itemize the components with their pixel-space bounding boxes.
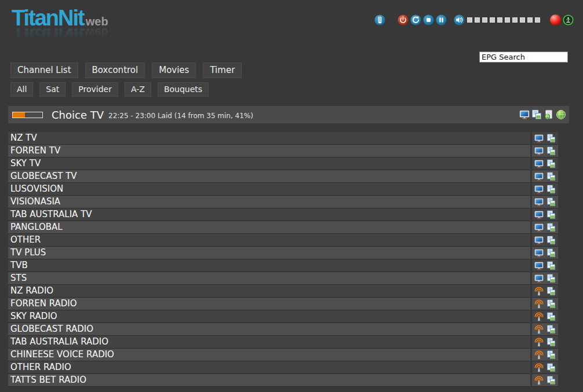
epg-list-icon[interactable] <box>546 325 556 334</box>
filter-az[interactable]: A-Z <box>125 82 151 97</box>
epg-list-icon[interactable] <box>546 185 556 194</box>
epg-list-icon[interactable] <box>546 159 556 168</box>
channel-name[interactable]: FORREN TV <box>8 145 530 157</box>
channel-name[interactable]: TVB <box>8 259 530 272</box>
tv-stream-icon[interactable] <box>519 109 530 120</box>
volume-segment[interactable] <box>475 17 480 23</box>
volume-segment[interactable] <box>520 17 525 23</box>
channel-row: VISIONASIA <box>8 196 558 208</box>
stop-icon[interactable] <box>423 14 434 25</box>
filter-sat[interactable]: Sat <box>39 82 65 97</box>
channel-name[interactable]: PANGLOBAL <box>8 221 530 234</box>
tv-zap-icon[interactable] <box>534 274 544 283</box>
filter-bouquets[interactable]: Bouquets <box>158 82 209 97</box>
tab-channel-list[interactable]: Channel List <box>10 63 78 78</box>
tv-zap-icon[interactable] <box>534 159 544 168</box>
channel-name[interactable]: NZ RADIO <box>8 285 530 298</box>
filter-provider[interactable]: Provider <box>72 82 118 97</box>
epg-search-input[interactable] <box>479 52 568 63</box>
epg-list-icon[interactable] <box>546 299 556 309</box>
tv-zap-icon[interactable] <box>534 185 544 194</box>
tv-zap-icon[interactable] <box>534 172 544 181</box>
channel-name[interactable]: TAB AUSTRALIA TV <box>8 208 530 221</box>
epg-list-icon[interactable] <box>546 261 556 270</box>
radio-zap-icon[interactable] <box>534 299 544 309</box>
volume-segment[interactable] <box>467 17 472 23</box>
tv-zap-icon[interactable] <box>534 248 544 258</box>
channel-name[interactable]: GLOBECAST RADIO <box>8 323 530 336</box>
tab-timer[interactable]: Timer <box>203 63 242 78</box>
epg-list-icon[interactable] <box>546 376 556 385</box>
channel-row: CHINEESE VOICE RADIO <box>8 349 558 361</box>
tv-zap-icon[interactable] <box>534 236 544 245</box>
tab-movies[interactable]: Movies <box>152 63 196 78</box>
pause-icon[interactable] <box>436 14 447 25</box>
app-logo: TitanNitweb TitanNitweb <box>12 7 108 47</box>
radio-zap-icon[interactable] <box>534 312 544 321</box>
channel-name[interactable]: CHINEESE VOICE RADIO <box>8 349 530 361</box>
restart-icon[interactable] <box>410 14 421 25</box>
remote-control-icon[interactable] <box>374 14 385 25</box>
tv-zap-icon[interactable] <box>534 210 544 219</box>
radio-zap-icon[interactable] <box>534 363 544 372</box>
volume-segment[interactable] <box>512 17 518 23</box>
channel-name[interactable]: LUSOVISION <box>8 183 530 196</box>
channel-name[interactable]: OTHER <box>8 234 530 247</box>
channel-row-actions <box>532 285 558 298</box>
epg-list-icon[interactable] <box>546 223 556 232</box>
tv-zap-icon[interactable] <box>534 146 544 156</box>
epg-list-icon[interactable] <box>546 134 556 143</box>
radio-zap-icon[interactable] <box>534 338 544 347</box>
current-channel-name: Choice TV <box>52 109 104 121</box>
channel-name[interactable]: GLOBECAST TV <box>8 170 530 183</box>
channel-row-actions <box>532 259 558 272</box>
epg-list-icon[interactable] <box>546 146 556 156</box>
channel-name[interactable]: TAB AUSTRALIA RADIO <box>8 336 530 349</box>
channel-list: NZ TV FORREN TV SKY TV GLOBECAST TV <box>8 132 558 387</box>
radio-zap-icon[interactable] <box>534 350 544 360</box>
epg-list-icon[interactable] <box>546 338 556 347</box>
radio-zap-icon[interactable] <box>534 325 544 334</box>
power-icon[interactable] <box>398 14 409 25</box>
epg-list-icon[interactable] <box>546 350 556 360</box>
epg-list-icon[interactable] <box>546 210 556 219</box>
standby-status-icon[interactable] <box>563 14 574 25</box>
epg-list-icon[interactable] <box>546 312 556 321</box>
epg-list-icon[interactable] <box>546 274 556 283</box>
channel-name[interactable]: FORREN RADIO <box>8 298 530 310</box>
volume-segment[interactable] <box>490 17 495 23</box>
radio-zap-icon[interactable] <box>534 287 544 296</box>
tv-zap-icon[interactable] <box>534 261 544 270</box>
channel-name[interactable]: VISIONASIA <box>8 196 530 208</box>
channel-name[interactable]: NZ TV <box>8 132 530 145</box>
epg-list-icon[interactable] <box>546 287 556 296</box>
tv-zap-icon[interactable] <box>534 223 544 232</box>
channel-name[interactable]: TATTS BET RADIO <box>8 374 530 387</box>
epg-list-icon[interactable] <box>531 109 542 120</box>
epg-list-icon[interactable] <box>546 197 556 207</box>
stream-file-icon[interactable] <box>544 109 554 120</box>
epg-list-icon[interactable] <box>546 172 556 181</box>
tab-boxcontrol[interactable]: Boxcontrol <box>85 63 145 78</box>
filter-nav: All Sat Provider A-Z Bouquets <box>10 82 209 97</box>
tv-zap-icon[interactable] <box>534 134 544 143</box>
channel-row-actions <box>532 196 558 208</box>
volume-segment[interactable] <box>497 17 502 23</box>
epg-list-icon[interactable] <box>546 363 556 372</box>
channel-name[interactable]: TV PLUS <box>8 247 530 259</box>
tv-zap-icon[interactable] <box>534 197 544 207</box>
volume-segment[interactable] <box>482 17 487 23</box>
channel-name[interactable]: STS <box>8 272 530 285</box>
epg-list-icon[interactable] <box>546 248 556 258</box>
volume-segment[interactable] <box>505 17 510 23</box>
volume-segment[interactable] <box>535 17 540 23</box>
speaker-icon[interactable] <box>454 14 465 25</box>
channel-name[interactable]: SKY TV <box>8 157 530 170</box>
volume-segment[interactable] <box>527 17 533 23</box>
radio-zap-icon[interactable] <box>534 376 544 385</box>
webtv-globe-icon[interactable] <box>556 109 566 120</box>
epg-list-icon[interactable] <box>546 236 556 245</box>
channel-name[interactable]: SKY RADIO <box>8 310 530 323</box>
channel-name[interactable]: OTHER RADIO <box>8 361 530 374</box>
filter-all[interactable]: All <box>10 82 33 97</box>
